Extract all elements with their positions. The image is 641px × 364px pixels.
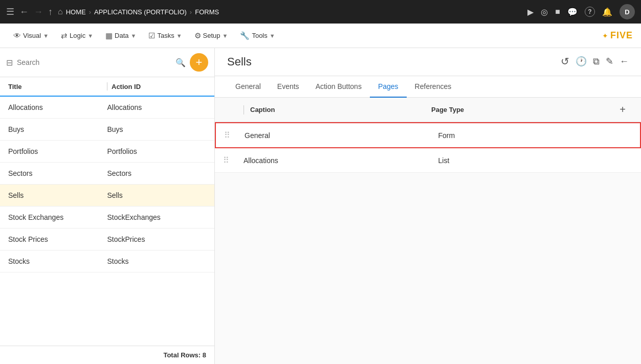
row-action-id: StockExchanges bbox=[107, 213, 207, 221]
list-item-sells[interactable]: Sells Sells bbox=[0, 185, 214, 207]
right-actions: ↺ 🕐 ⧉ ✎ ← bbox=[561, 55, 629, 75]
help-icon[interactable]: ? bbox=[585, 7, 595, 17]
row-title: Stocks bbox=[8, 257, 107, 265]
copy-icon[interactable]: ⧉ bbox=[593, 56, 600, 67]
menu-logic[interactable]: ⇄ Logic ▼ bbox=[56, 28, 98, 43]
row-action-id: Allocations bbox=[107, 103, 207, 111]
add-button[interactable]: + bbox=[190, 53, 208, 72]
menu-tools[interactable]: 🔧 Tools ▼ bbox=[235, 28, 280, 43]
tab-references[interactable]: References bbox=[407, 76, 460, 98]
row-action-id: Stocks bbox=[107, 257, 207, 265]
right-header: Sells ↺ 🕐 ⧉ ✎ ← bbox=[215, 48, 641, 76]
logic-icon: ⇄ bbox=[61, 31, 68, 40]
menu-setup[interactable]: ⚙ Setup ▼ bbox=[189, 28, 233, 43]
page-type-allocations: List bbox=[438, 156, 633, 165]
pages-caption-header: Caption bbox=[250, 106, 431, 113]
pages-table-header: Caption Page Type + bbox=[215, 98, 641, 122]
add-icon: + bbox=[196, 56, 203, 69]
drag-handle-general: ⠿ bbox=[224, 130, 245, 140]
top-bar-left: ☰ ← → ↑ ⌂ HOME › APPLICATIONS (PORTFOLIO… bbox=[6, 6, 219, 17]
back-icon[interactable]: ← bbox=[19, 7, 29, 17]
row-title: Stock Exchanges bbox=[8, 213, 107, 221]
clock-icon[interactable]: 🕐 bbox=[576, 56, 587, 67]
data-icon: ▦ bbox=[105, 31, 113, 40]
row-title: Buys bbox=[8, 125, 107, 133]
list-table: Title Action ID Allocations Allocations … bbox=[0, 77, 214, 346]
row-title: Sectors bbox=[8, 169, 107, 177]
list-item[interactable]: Stock Exchanges StockExchanges bbox=[0, 207, 214, 229]
chat-icon[interactable]: 💬 bbox=[567, 7, 578, 17]
menu-data-label: Data bbox=[115, 32, 128, 39]
bell-icon[interactable]: 🔔 bbox=[602, 7, 612, 17]
row-title: Portfolios bbox=[8, 147, 107, 155]
avatar[interactable]: D bbox=[620, 4, 635, 19]
pages-row-general[interactable]: ⠿ General Form bbox=[215, 122, 641, 148]
breadcrumb-sep-1: › bbox=[89, 8, 91, 16]
right-panel: Sells ↺ 🕐 ⧉ ✎ ← General Events Action Bu… bbox=[215, 48, 641, 364]
search-icon[interactable]: 🔍 bbox=[175, 58, 186, 67]
pages-add-area: + bbox=[612, 104, 633, 116]
tasks-icon: ☑ bbox=[148, 31, 155, 40]
top-bar-right: ▶ ◎ ■ 💬 ? 🔔 D bbox=[527, 4, 635, 19]
list-item[interactable]: Sectors Sectors bbox=[0, 163, 214, 185]
search-input[interactable] bbox=[17, 58, 171, 66]
up-icon[interactable]: ↑ bbox=[48, 7, 53, 17]
col-action-id-header: Action ID bbox=[112, 83, 206, 90]
tools-arrow: ▼ bbox=[270, 33, 275, 39]
tab-action-buttons[interactable]: Action Buttons bbox=[307, 76, 370, 98]
data-arrow: ▼ bbox=[131, 33, 137, 39]
visual-arrow: ▼ bbox=[43, 33, 49, 39]
menu-icon[interactable]: ☰ bbox=[6, 6, 14, 17]
filter-icon: ⊟ bbox=[6, 58, 13, 67]
close-icon[interactable]: ← bbox=[620, 56, 629, 67]
list-item[interactable]: Stock Prices StockPrices bbox=[0, 229, 214, 251]
menu-data[interactable]: ▦ Data ▼ bbox=[100, 28, 141, 43]
play-icon[interactable]: ▶ bbox=[527, 7, 534, 17]
total-rows-count: 8 bbox=[203, 351, 206, 359]
list-item[interactable]: Stocks Stocks bbox=[0, 251, 214, 272]
breadcrumb-applications[interactable]: APPLICATIONS (PORTFOLIO) bbox=[94, 8, 187, 16]
tasks-arrow: ▼ bbox=[176, 33, 182, 39]
left-panel: ⊟ 🔍 + Title Action ID Allocations Alloca… bbox=[0, 48, 215, 364]
forward-icon[interactable]: → bbox=[34, 7, 43, 17]
row-action-id: Buys bbox=[107, 125, 207, 133]
list-item[interactable]: Portfolios Portfolios bbox=[0, 141, 214, 163]
secondary-bar-left: 👁 Visual ▼ ⇄ Logic ▼ ▦ Data ▼ ☑ Tasks ▼ … bbox=[8, 28, 280, 43]
pages-type-header: Page Type bbox=[431, 106, 612, 113]
target-icon[interactable]: ◎ bbox=[541, 7, 548, 17]
menu-logic-label: Logic bbox=[70, 32, 85, 39]
list-item[interactable]: Buys Buys bbox=[0, 119, 214, 141]
menu-visual-label: Visual bbox=[23, 32, 41, 39]
edit-icon[interactable]: ✎ bbox=[606, 56, 613, 67]
tab-events[interactable]: Events bbox=[269, 76, 307, 98]
tab-pages[interactable]: Pages bbox=[370, 76, 407, 98]
drag-handle-allocations: ⠿ bbox=[223, 155, 244, 165]
list-footer: Total Rows: 8 bbox=[0, 346, 214, 364]
pages-row-allocations[interactable]: ⠿ Allocations List bbox=[215, 148, 641, 173]
row-action-id: Sectors bbox=[107, 169, 207, 177]
breadcrumb-home[interactable]: HOME bbox=[66, 8, 86, 16]
pages-table: Caption Page Type + ⠿ General Form ⠿ bbox=[215, 98, 641, 173]
drag-dots-icon: ⠿ bbox=[224, 131, 230, 140]
search-bar: ⊟ 🔍 + bbox=[0, 48, 214, 77]
refresh-icon[interactable]: ↺ bbox=[561, 55, 569, 67]
page-caption-general: General bbox=[245, 131, 438, 140]
menu-visual[interactable]: 👁 Visual ▼ bbox=[8, 28, 54, 43]
row-title: Sells bbox=[8, 191, 107, 199]
row-action-id: Sells bbox=[107, 191, 207, 199]
stop-icon[interactable]: ■ bbox=[555, 7, 560, 16]
add-page-button[interactable]: + bbox=[620, 104, 626, 116]
secondary-bar: 👁 Visual ▼ ⇄ Logic ▼ ▦ Data ▼ ☑ Tasks ▼ … bbox=[0, 24, 641, 48]
list-item[interactable]: Allocations Allocations bbox=[0, 97, 214, 119]
list-header: Title Action ID bbox=[0, 77, 214, 97]
breadcrumb-forms[interactable]: FORMS bbox=[195, 8, 219, 16]
row-action-id: Portfolios bbox=[107, 147, 207, 155]
logo: ✦ FIVE bbox=[602, 30, 633, 41]
page-type-general: Form bbox=[438, 131, 632, 140]
menu-tasks-label: Tasks bbox=[157, 32, 174, 39]
total-rows-label: Total Rows: bbox=[163, 351, 201, 359]
menu-tasks[interactable]: ☑ Tasks ▼ bbox=[143, 28, 187, 43]
top-bar: ☰ ← → ↑ ⌂ HOME › APPLICATIONS (PORTFOLIO… bbox=[0, 0, 641, 24]
tab-general[interactable]: General bbox=[227, 76, 269, 98]
breadcrumb: ⌂ HOME › APPLICATIONS (PORTFOLIO) › FORM… bbox=[58, 7, 219, 16]
